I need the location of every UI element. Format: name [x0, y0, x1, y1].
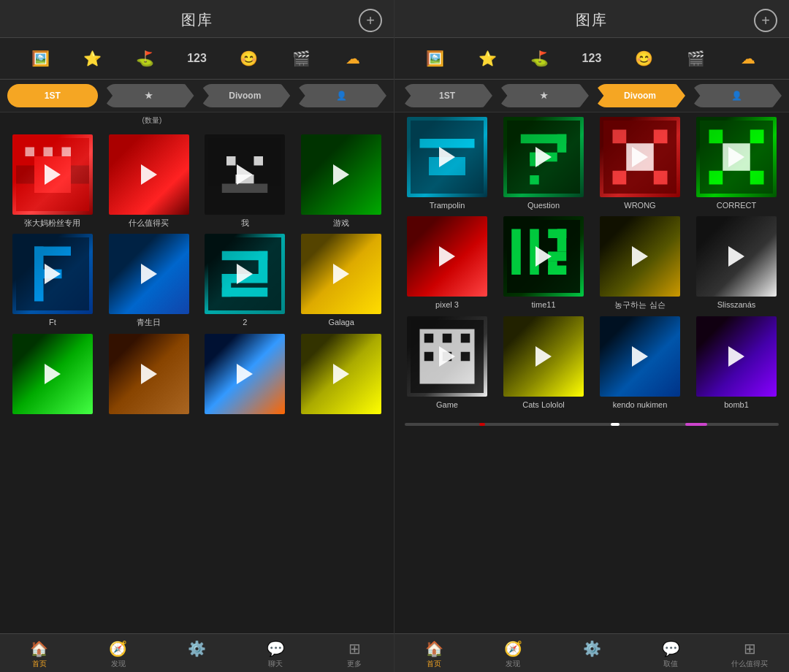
thumbnail-trampolin — [407, 117, 487, 197]
right-add-button[interactable]: + — [754, 9, 777, 32]
nav-more-label-r: 什么值得买 — [731, 659, 768, 669]
more-icon-r: ⊞ — [744, 640, 756, 657]
list-item[interactable]: 我 — [200, 134, 291, 228]
play-icon — [728, 147, 744, 167]
item-label: WRONG — [624, 200, 655, 210]
chat-icon-r: 💬 — [662, 640, 680, 657]
nav-discover[interactable]: 🧭 发现 — [79, 640, 158, 669]
number-icon[interactable]: 123 — [183, 45, 210, 72]
svg-rect-8 — [254, 156, 264, 166]
item-label: Galaga — [328, 317, 354, 327]
flag-icon[interactable]: ⛳ — [132, 45, 158, 72]
left-scroll-area[interactable]: 张大妈粉丝专用 什么值得买 — [0, 130, 394, 633]
nav-more[interactable]: ⊞ 更多 — [315, 640, 394, 669]
left-panel: 图库 + 🖼️ ⭐ ⛳ 123 😊 🎬 ☁ 1ST ★ Divoom 👤 (数量… — [0, 0, 394, 672]
home-icon-r: 🏠 — [425, 640, 443, 657]
settings-icon-r: ⚙️ — [583, 640, 601, 657]
list-item[interactable]: 什么值得买 — [104, 134, 194, 228]
nav-settings[interactable]: ⚙️ — [158, 640, 237, 669]
nav-home-label: 首页 — [32, 659, 47, 669]
play-icon — [237, 364, 253, 384]
tab-user-r[interactable]: 👤 — [691, 84, 782, 107]
image-icon-r[interactable]: 🖼️ — [422, 45, 449, 72]
list-item[interactable]: Galaga — [296, 234, 386, 327]
item-label: Ft — [49, 317, 56, 327]
nav-settings-r[interactable]: ⚙️ — [552, 640, 631, 669]
nav-home-r[interactable]: 🏠 首页 — [394, 640, 473, 669]
emoji-icon-r[interactable]: 😊 — [630, 45, 657, 72]
list-item[interactable]: WRONG — [595, 117, 685, 210]
play-icon — [439, 246, 455, 267]
thumbnail-galaga — [301, 234, 381, 314]
left-add-button[interactable]: + — [359, 9, 382, 32]
item-label: 张大妈粉丝专用 — [24, 218, 80, 228]
image-icon[interactable]: 🖼️ — [28, 45, 54, 72]
right-bottom-nav: 🏠 首页 🧭 发现 ⚙️ 💬 取值 ⊞ 什么值得买 — [394, 633, 789, 672]
svg-rect-17 — [259, 251, 268, 274]
cloud-icon-r[interactable]: ☁ — [735, 45, 761, 72]
thumbnail-zhangdama — [12, 134, 93, 215]
nav-home[interactable]: 🏠 首页 — [0, 640, 79, 669]
play-icon — [45, 364, 61, 384]
svg-rect-57 — [424, 351, 434, 361]
item-label: pixel 3 — [435, 299, 459, 310]
svg-rect-37 — [709, 130, 723, 144]
list-item[interactable]: 青生日 — [104, 234, 194, 327]
tab-user[interactable]: 👤 — [296, 84, 386, 107]
video-icon-r[interactable]: 🎬 — [683, 45, 709, 72]
item-label: 青生日 — [137, 317, 161, 327]
list-item[interactable]: 농구하는 심슨 — [595, 216, 685, 310]
item-label: Cats Lololol — [522, 400, 564, 410]
tab-1st-r[interactable]: 1ST — [402, 84, 492, 107]
list-item[interactable]: Question — [498, 117, 589, 210]
list-item[interactable]: bomb1 — [691, 316, 782, 410]
star-icon[interactable]: ⭐ — [80, 45, 106, 72]
nav-chat[interactable]: 💬 聊天 — [236, 640, 315, 669]
thumbnail-cats — [503, 316, 584, 397]
item-label: kendo nukimen — [613, 400, 668, 410]
list-item[interactable] — [7, 334, 98, 417]
nav-chat-label: 聊天 — [268, 659, 283, 669]
play-icon — [535, 346, 552, 367]
nav-discover-r[interactable]: 🧭 发现 — [473, 640, 552, 669]
flag-icon-r[interactable]: ⛳ — [527, 45, 553, 72]
right-title: 图库 — [576, 12, 608, 28]
list-item[interactable]: 2 — [200, 234, 291, 327]
list-item[interactable]: 张大妈粉丝专用 — [7, 134, 98, 228]
nav-chat-label-r: 取值 — [663, 659, 678, 669]
list-item[interactable]: pixel 3 — [402, 216, 492, 310]
list-item[interactable]: Trampolin — [402, 117, 492, 210]
list-item[interactable]: Game — [402, 316, 492, 410]
star-icon-r[interactable]: ⭐ — [474, 45, 500, 72]
emoji-icon[interactable]: 😊 — [236, 45, 262, 72]
list-item[interactable]: time11 — [498, 216, 589, 310]
tab-star[interactable]: ★ — [104, 84, 194, 107]
list-item[interactable] — [200, 334, 291, 417]
item-label: Trampolin — [430, 200, 465, 210]
video-icon[interactable]: 🎬 — [288, 45, 314, 72]
nav-chat-r[interactable]: 💬 取值 — [631, 640, 710, 669]
list-item[interactable]: CORRECT — [691, 117, 782, 210]
list-item[interactable]: Cats Lololol — [498, 316, 589, 410]
nav-discover-label-r: 发现 — [506, 659, 520, 669]
list-item[interactable] — [296, 334, 386, 417]
tab-divoom[interactable]: Divoom — [200, 84, 291, 107]
thumbnail-basketball — [600, 216, 680, 297]
list-item[interactable]: 游戏 — [296, 134, 386, 228]
tab-divoom-r[interactable]: Divoom — [595, 84, 685, 107]
number-icon-r[interactable]: 123 — [579, 45, 605, 72]
tab-1st[interactable]: 1ST — [7, 84, 98, 107]
more-icon: ⊞ — [348, 640, 361, 657]
right-scroll-area[interactable]: Trampolin Question — [394, 112, 789, 633]
item-label: Question — [527, 200, 560, 210]
list-item[interactable]: Ft — [7, 234, 98, 327]
thumbnail-sliss — [696, 216, 777, 297]
list-item[interactable] — [104, 334, 194, 417]
nav-more-r[interactable]: ⊞ 什么值得买 — [710, 640, 789, 669]
cloud-icon[interactable]: ☁ — [340, 45, 366, 72]
thumbnail-brown — [109, 334, 189, 414]
svg-rect-31 — [613, 130, 627, 144]
tab-star-r[interactable]: ★ — [498, 84, 589, 107]
list-item[interactable]: Slisszanás — [691, 216, 782, 310]
list-item[interactable]: kendo nukimen — [595, 316, 685, 410]
